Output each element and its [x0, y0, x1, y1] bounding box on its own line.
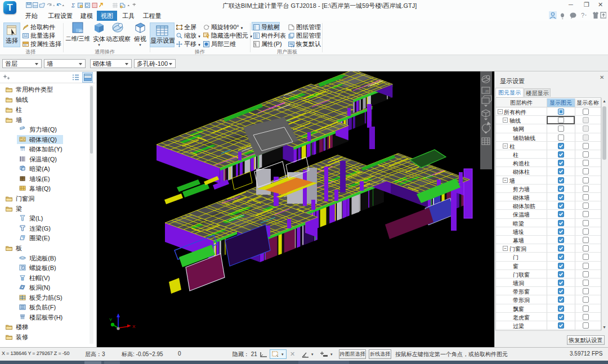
- svg-text:X: X: [132, 324, 136, 329]
- svg-text:Y: Y: [109, 317, 113, 322]
- svg-text:2D: 2D: [79, 29, 83, 33]
- svg-text:?: ?: [581, 12, 584, 19]
- svg-text:Σ: Σ: [71, 2, 75, 8]
- svg-text:2D: 2D: [485, 89, 489, 93]
